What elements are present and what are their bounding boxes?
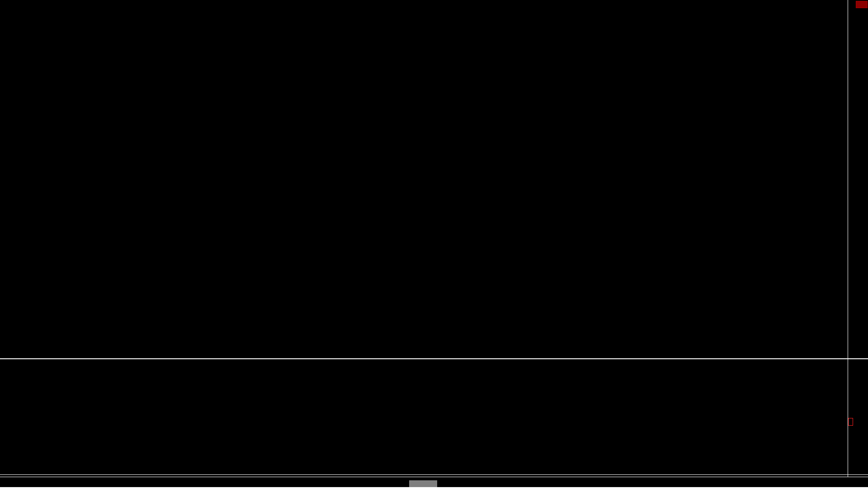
axis-border (848, 0, 848, 477)
macd-border-2 (0, 477, 868, 477)
panel-divider (0, 358, 868, 359)
macd-border-1 (0, 474, 868, 475)
trading-terminal (0, 0, 868, 488)
corner-button[interactable] (856, 1, 868, 8)
chart-canvas[interactable] (0, 0, 868, 488)
macd-zero-marker (848, 418, 853, 426)
macd-toggle-button[interactable] (409, 480, 437, 487)
